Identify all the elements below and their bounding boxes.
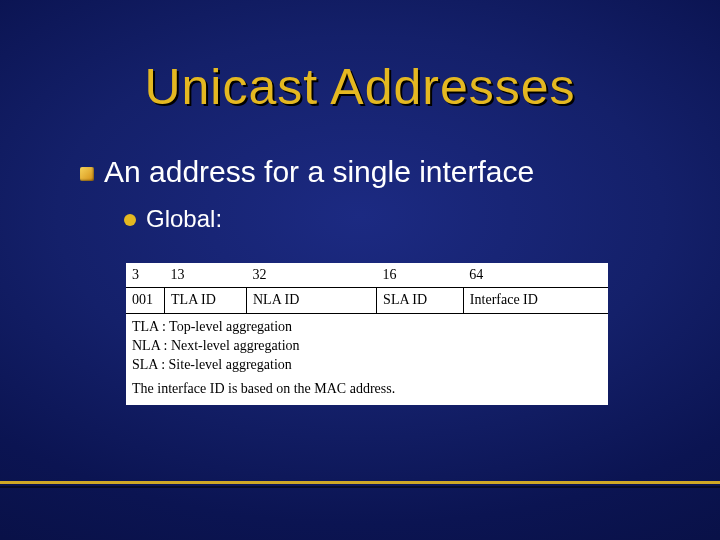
figure-note: The interface ID is based on the MAC add… [126,374,608,399]
legend-line: NLA : Next-level aggregation [132,337,602,356]
table-row-bits: 3 13 32 16 64 [126,265,608,287]
bits-cell: 13 [165,265,247,287]
legend-line: SLA : Site-level aggregation [132,356,602,375]
bits-cell: 3 [126,265,165,287]
bullet-level1-text: An address for a single interface [104,155,534,189]
bullet-level2: Global: [124,205,660,233]
diamond-bullet-icon [80,167,94,181]
field-cell: 001 [126,287,165,313]
field-cell: Interface ID [463,287,608,313]
accent-line-shadow [0,486,720,488]
slide: Unicast Addresses An address for a singl… [0,0,720,540]
slide-body: An address for a single interface Global… [80,155,660,251]
dot-bullet-icon [124,214,136,226]
address-format-figure: 3 13 32 16 64 001 TLA ID NLA ID SLA ID I… [126,263,608,405]
field-cell: NLA ID [246,287,376,313]
legend-line: TLA : Top-level aggregation [132,318,602,337]
bullet-level2-text: Global: [146,205,222,233]
slide-title: Unicast Addresses [0,58,720,116]
accent-line [0,481,720,484]
address-format-table: 3 13 32 16 64 001 TLA ID NLA ID SLA ID I… [126,265,608,314]
bits-cell: 16 [377,265,464,287]
figure-legend: TLA : Top-level aggregation NLA : Next-l… [126,314,608,375]
table-row-fields: 001 TLA ID NLA ID SLA ID Interface ID [126,287,608,313]
bullet-level1: An address for a single interface [80,155,660,189]
bits-cell: 64 [463,265,608,287]
field-cell: TLA ID [165,287,247,313]
bits-cell: 32 [246,265,376,287]
field-cell: SLA ID [377,287,464,313]
